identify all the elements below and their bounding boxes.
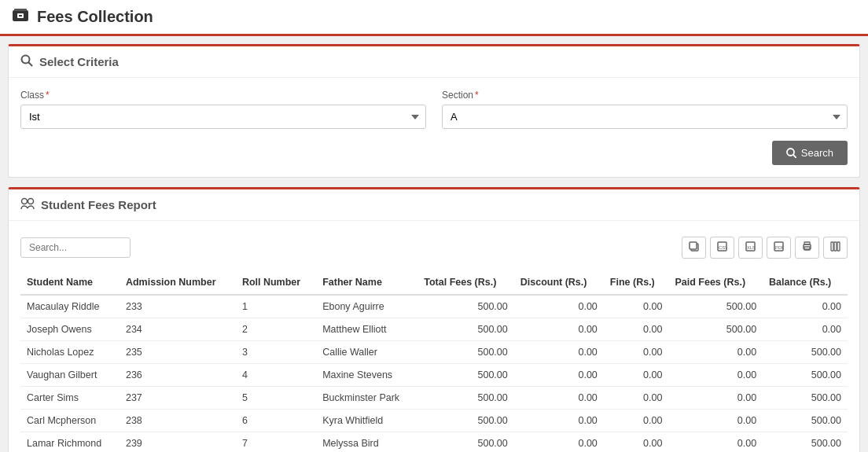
search-button[interactable]: Search (772, 141, 848, 165)
cell-balance: 500.00 (763, 410, 848, 432)
cell-fine: 0.00 (604, 295, 669, 318)
table-head: Student Name Admission Number Roll Numbe… (20, 270, 848, 295)
criteria-fields-row: Class* Ist IInd IIIrd IVth Vth Section* (20, 90, 848, 129)
cell-admission-number: 239 (120, 432, 236, 453)
svg-line-7 (793, 155, 796, 158)
table-row: Macaulay Riddle 233 1 Ebony Aguirre 500.… (20, 295, 848, 318)
cell-fine: 0.00 (604, 387, 669, 410)
cell-father-name: Melyssa Bird (316, 432, 417, 453)
section-select[interactable]: A B C D (442, 105, 848, 129)
svg-point-9 (28, 199, 34, 204)
cell-balance: 500.00 (763, 364, 848, 387)
cell-total-fees: 500.00 (417, 318, 514, 341)
cell-admission-number: 235 (120, 341, 236, 364)
criteria-title: Select Criteria (39, 55, 119, 68)
copy-icon (689, 241, 699, 252)
columns-icon (830, 241, 840, 252)
svg-rect-19 (804, 242, 810, 244)
pdf-button[interactable]: PDF (767, 237, 791, 259)
svg-text:PDF: PDF (775, 245, 784, 250)
cell-admission-number: 233 (120, 295, 236, 318)
report-title: Student Fees Report (41, 198, 156, 211)
cell-roll-number: 1 (236, 295, 316, 318)
cell-admission-number: 237 (120, 387, 236, 410)
report-card-body: CSV XLS PDF (9, 221, 859, 452)
excel-button[interactable]: XLS (738, 237, 763, 259)
cell-paid-fees: 500.00 (668, 318, 763, 341)
cell-total-fees: 500.00 (417, 364, 514, 387)
col-discount: Discount (Rs.) (514, 270, 604, 295)
svg-rect-22 (834, 242, 837, 251)
search-btn-row: Search (20, 141, 848, 165)
col-student-name: Student Name (20, 270, 120, 295)
cell-father-name: Callie Waller (316, 341, 417, 364)
csv-icon: CSV (717, 241, 727, 252)
cell-father-name: Buckminster Park (316, 387, 417, 410)
cell-paid-fees: 0.00 (668, 410, 763, 432)
cell-fine: 0.00 (604, 318, 669, 341)
pdf-icon: PDF (774, 241, 784, 252)
cell-student-name: Nicholas Lopez (20, 341, 120, 364)
criteria-card-body: Class* Ist IInd IIIrd IVth Vth Section* (9, 78, 859, 177)
print-icon (802, 241, 812, 252)
copy-button[interactable] (682, 237, 706, 259)
svg-rect-20 (804, 247, 810, 250)
cell-paid-fees: 0.00 (668, 364, 763, 387)
report-card: Student Fees Report CSV (8, 187, 860, 452)
class-field: Class* Ist IInd IIIrd IVth Vth (20, 90, 426, 129)
cell-father-name: Maxine Stevens (316, 364, 417, 387)
cell-father-name: Kyra Whitfield (316, 410, 417, 432)
cell-total-fees: 500.00 (417, 295, 514, 318)
csv-button[interactable]: CSV (710, 237, 734, 259)
section-label: Section* (442, 90, 848, 101)
cell-father-name: Matthew Elliott (316, 318, 417, 341)
cell-balance: 0.00 (763, 295, 848, 318)
table-toolbar: CSV XLS PDF (20, 233, 848, 263)
col-roll-number: Roll Number (236, 270, 316, 295)
report-card-header: Student Fees Report (9, 189, 859, 221)
cell-admission-number: 236 (120, 364, 236, 387)
search-header-icon (20, 54, 33, 69)
cell-roll-number: 5 (236, 387, 316, 410)
cell-total-fees: 500.00 (417, 410, 514, 432)
cell-paid-fees: 0.00 (668, 432, 763, 453)
excel-icon: XLS (745, 241, 756, 252)
col-fine: Fine (Rs.) (604, 270, 669, 295)
cell-fine: 0.00 (604, 364, 669, 387)
svg-line-5 (29, 63, 32, 66)
cell-fine: 0.00 (604, 410, 669, 432)
criteria-card-header: Select Criteria (9, 46, 859, 78)
svg-rect-3 (19, 15, 22, 17)
cell-total-fees: 500.00 (417, 432, 514, 453)
cell-total-fees: 500.00 (417, 341, 514, 364)
cell-balance: 500.00 (763, 432, 848, 453)
svg-rect-1 (14, 9, 27, 11)
cell-fine: 0.00 (604, 341, 669, 364)
cell-discount: 0.00 (514, 318, 604, 341)
cell-discount: 0.00 (514, 410, 604, 432)
criteria-card: Select Criteria Class* Ist IInd IIIrd IV… (8, 44, 860, 178)
print-button[interactable] (795, 237, 819, 259)
svg-rect-11 (690, 242, 697, 249)
table-header-row: Student Name Admission Number Roll Numbe… (20, 270, 848, 295)
table-row: Carter Sims 237 5 Buckminster Park 500.0… (20, 387, 848, 410)
cell-discount: 0.00 (514, 432, 604, 453)
cell-student-name: Macaulay Riddle (20, 295, 120, 318)
cell-student-name: Vaughan Gilbert (20, 364, 120, 387)
section-field: Section* A B C D (442, 90, 848, 129)
cell-admission-number: 234 (120, 318, 236, 341)
columns-button[interactable] (823, 237, 848, 259)
cell-discount: 0.00 (514, 387, 604, 410)
cell-student-name: Carter Sims (20, 387, 120, 410)
col-total-fees: Total Fees (Rs.) (417, 270, 514, 295)
page-title: Fees Collection (37, 8, 153, 26)
class-select[interactable]: Ist IInd IIIrd IVth Vth (20, 105, 426, 129)
search-btn-icon (786, 148, 796, 158)
cell-paid-fees: 0.00 (668, 341, 763, 364)
section-required: * (475, 90, 479, 101)
cell-discount: 0.00 (514, 295, 604, 318)
table-actions: CSV XLS PDF (682, 237, 848, 259)
col-father-name: Father Name (316, 270, 417, 295)
col-balance: Balance (Rs.) (763, 270, 848, 295)
table-search-input[interactable] (20, 237, 131, 258)
